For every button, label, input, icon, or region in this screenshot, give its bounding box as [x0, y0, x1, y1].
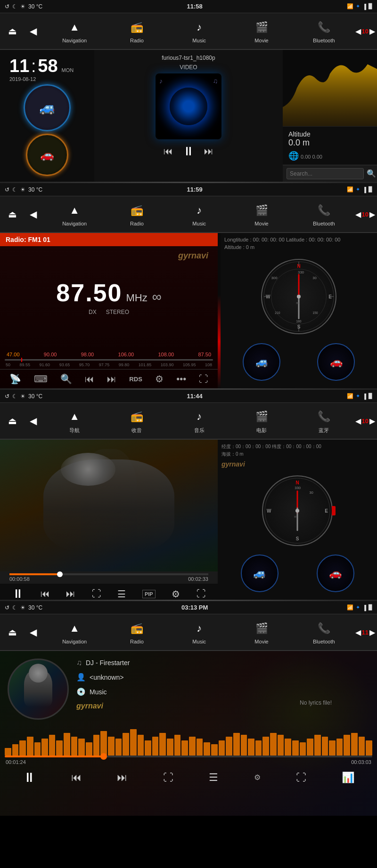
- vol-prev-4[interactable]: ◀: [355, 628, 361, 637]
- next-button-1[interactable]: ⏭: [204, 146, 213, 157]
- vol-next-1[interactable]: ▶: [369, 27, 375, 36]
- back-button-4[interactable]: ◀: [23, 618, 43, 646]
- movie-label-2: Movie: [254, 221, 268, 226]
- back-button-3[interactable]: ◀: [23, 407, 43, 435]
- power-icon-4: ↺: [5, 604, 9, 611]
- status-bar-1: ↺ ☾ ☀ 30 °C 11:58 📶 ✦ ▐ ▉: [0, 0, 377, 13]
- radio-wifi-btn[interactable]: 📡: [9, 373, 21, 385]
- video-play-btn-3[interactable]: ⏸: [12, 587, 24, 600]
- music-progress-track[interactable]: [5, 755, 372, 757]
- nav-music-3[interactable]: ♪ 音乐: [183, 408, 216, 434]
- radio-kb-btn[interactable]: ⌨: [34, 373, 48, 385]
- video-subtitle-1: VIDEO: [180, 64, 197, 71]
- eject-button-4[interactable]: ⏏: [2, 618, 23, 646]
- video-next-btn-3[interactable]: ⏭: [66, 588, 75, 599]
- sun-icon: ☀: [20, 3, 25, 10]
- radio-rds-btn[interactable]: RDS: [129, 376, 142, 383]
- volume-control-1: ◀ 10 ▶: [355, 27, 375, 36]
- radio-slider-track[interactable]: [5, 359, 213, 361]
- gyrnavi-wm-3: gyrnavi: [221, 460, 373, 468]
- nav-bluetooth-1[interactable]: 📞 Bluetooth: [307, 19, 340, 43]
- video-resize-btn-3[interactable]: ⛶: [92, 588, 101, 599]
- music-spectrum-btn-4[interactable]: 📊: [342, 772, 354, 784]
- signal-icon-3: ▐: [362, 394, 366, 399]
- radio-more-btn[interactable]: •••: [176, 374, 186, 385]
- waveform-bar: [314, 735, 321, 755]
- eject-button-3[interactable]: ⏏: [2, 407, 23, 435]
- music-play-btn-4[interactable]: ⏸: [23, 770, 36, 785]
- video-progress-bar-3[interactable]: [9, 573, 208, 575]
- waveform-bar: [248, 739, 254, 755]
- music-next-btn-4[interactable]: ⏭: [117, 772, 127, 784]
- radio-next-btn[interactable]: ⏭: [107, 374, 116, 385]
- nav-bluetooth-2[interactable]: 📞 Bluetooth: [307, 202, 340, 226]
- vol-prev-2[interactable]: ◀: [355, 210, 361, 219]
- search-input-1[interactable]: [287, 168, 364, 179]
- s1-clock-area: 11 : 58 MON 2019-08-12 🚙 🚗: [0, 50, 94, 182]
- music-fullscreen-btn-4[interactable]: ⛶: [296, 772, 306, 784]
- nav-navigation-1[interactable]: ▲ Navigation: [58, 19, 91, 43]
- nav-movie-2[interactable]: 🎬 Movie: [245, 202, 278, 226]
- artist-icon: 👤: [76, 673, 86, 682]
- video-pip-btn-3[interactable]: PIP: [142, 590, 156, 598]
- radio-eq-btn[interactable]: ⚙: [155, 373, 164, 385]
- waveform-bar: [285, 739, 291, 755]
- nav-bluetooth-4[interactable]: 📞 Bluetooth: [307, 620, 340, 644]
- music-content: ♫ DJ - Firestarter 👤 <unknown> 💿 Music g…: [0, 651, 377, 727]
- music-eq-btn-4[interactable]: ⚙: [254, 773, 261, 782]
- radio-fullscreen-btn[interactable]: ⛶: [199, 374, 208, 385]
- nav-radio-1[interactable]: 📻 Radio: [120, 19, 153, 43]
- moon-icon-3: ☾: [12, 393, 17, 400]
- vol-next-3[interactable]: ▶: [369, 417, 375, 426]
- nav-navigation-4[interactable]: ▲ Navigation: [58, 620, 91, 644]
- music-prev-btn-4[interactable]: ⏮: [71, 772, 82, 784]
- vol-prev-3[interactable]: ◀: [355, 417, 361, 426]
- nav-movie-1[interactable]: 🎬 Movie: [245, 19, 278, 43]
- nav-radio-2[interactable]: 📻 Radio: [120, 202, 153, 226]
- back-button-2[interactable]: ◀: [23, 200, 43, 228]
- eject-button[interactable]: ⏏: [2, 17, 23, 45]
- power-icon-2: ↺: [5, 186, 9, 193]
- waveform-bar: [344, 735, 350, 755]
- nav-music-2[interactable]: ♪ Music: [183, 202, 216, 226]
- nav-bar-2: ⏏ ◀ ▲ Navigation 📻 Radio ♪ Music 🎬 Movie…: [0, 196, 377, 233]
- vol-prev-1[interactable]: ◀: [355, 27, 361, 36]
- vol-next-4[interactable]: ▶: [369, 628, 375, 637]
- video-eq-btn-3[interactable]: ⚙: [172, 588, 180, 600]
- power-icon-3: ↺: [5, 393, 9, 400]
- waveform-bar: [71, 737, 78, 755]
- video-fullscreen-btn-3[interactable]: ⛶: [197, 588, 206, 599]
- video-list-btn-3[interactable]: ☰: [117, 588, 126, 600]
- music-icon-2: ♪: [191, 202, 208, 219]
- navigation-label-2: Navigation: [62, 221, 87, 226]
- compass-3: N S E W 330 30 m: [262, 475, 333, 546]
- eject-button-2[interactable]: ⏏: [2, 200, 23, 228]
- back-button[interactable]: ◀: [23, 17, 43, 45]
- nav-radio-3[interactable]: 📻 收音: [120, 408, 153, 434]
- nav-navigation-3[interactable]: ▲ 导航: [58, 408, 91, 434]
- nav-movie-4[interactable]: 🎬 Movie: [245, 620, 278, 644]
- waveform-bar: [226, 737, 232, 755]
- nav-radio-4[interactable]: 📻 Radio: [120, 620, 153, 644]
- radio-frequency: 87.50: [56, 279, 122, 307]
- nav-music-4[interactable]: ♪ Music: [183, 620, 216, 644]
- bt-icon-4: ✦: [356, 604, 360, 611]
- video-prev-btn-3[interactable]: ⏮: [41, 588, 50, 599]
- vol-next-2[interactable]: ▶: [369, 210, 375, 219]
- music-list-btn-4[interactable]: ☰: [209, 772, 218, 784]
- nav-movie-3[interactable]: 🎬 电影: [245, 408, 278, 434]
- prev-button-1[interactable]: ⏮: [164, 146, 173, 157]
- nav-navigation-2[interactable]: ▲ Navigation: [58, 202, 91, 226]
- status-right-1: 📶 ✦ ▐ ▉: [347, 3, 372, 9]
- svg-text:m: m: [296, 301, 299, 305]
- music-repeat-btn-4[interactable]: ⛶: [163, 772, 173, 784]
- play-pause-button-1[interactable]: ⏸: [182, 144, 195, 159]
- wifi-icon-3: 📶: [347, 393, 353, 399]
- search-icon-1[interactable]: 🔍: [367, 169, 376, 178]
- volume-number-1: 10: [362, 28, 369, 35]
- radio-prev-btn[interactable]: ⏮: [85, 374, 94, 385]
- radio-search-btn[interactable]: 🔍: [60, 373, 72, 385]
- nav-bluetooth-3[interactable]: 📞 蓝牙: [307, 408, 340, 434]
- waveform-bar: [336, 739, 343, 755]
- nav-music-1[interactable]: ♪ Music: [183, 19, 216, 43]
